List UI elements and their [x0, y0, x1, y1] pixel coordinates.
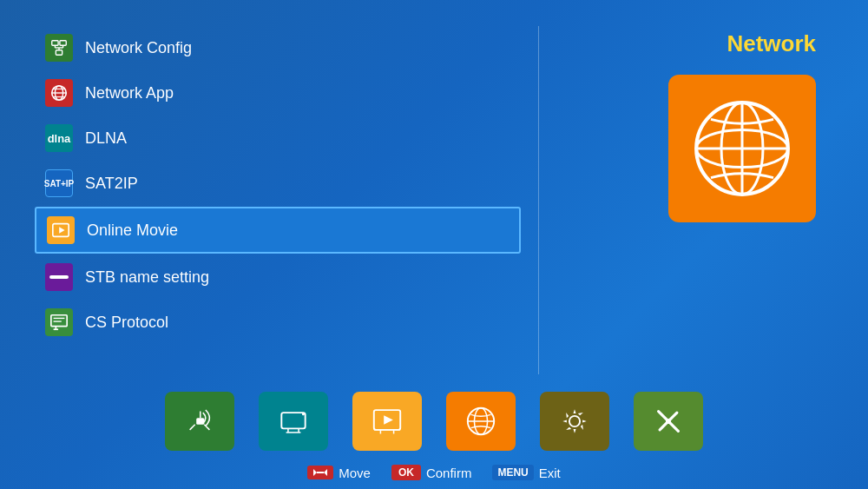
- hint-confirm: OKConfirm: [391, 465, 472, 480]
- tv-icon[interactable]: [259, 392, 328, 451]
- sat2ip-label: SAT2IP: [85, 175, 138, 193]
- right-section: Network: [556, 26, 833, 374]
- media-icon[interactable]: [352, 392, 422, 451]
- network-config-label: Network Config: [85, 39, 192, 57]
- svg-marker-46: [313, 469, 317, 476]
- settings-icon[interactable]: [540, 392, 609, 451]
- menu-item-stb-name-setting[interactable]: STB name setting: [35, 255, 521, 299]
- network-app-icon: [45, 79, 73, 107]
- tools-icon[interactable]: [634, 392, 703, 451]
- hint-row: MoveOKConfirmMENUExit: [0, 458, 868, 489]
- dlna-label: DLNA: [85, 129, 127, 148]
- satellite-icon[interactable]: [165, 392, 234, 451]
- hint-move: Move: [307, 466, 371, 480]
- bottom-icons-row: [0, 383, 868, 458]
- online-movie-icon: [47, 216, 75, 244]
- svg-rect-1: [60, 41, 66, 46]
- section-title: Network: [727, 30, 816, 57]
- svg-line-27: [190, 425, 195, 430]
- network-icon[interactable]: [446, 392, 516, 451]
- feature-icon-box: [668, 75, 816, 222]
- hint-move-label: Move: [339, 466, 371, 480]
- hint-exit: MENUExit: [492, 465, 560, 480]
- svg-rect-29: [281, 413, 305, 428]
- svg-rect-0: [52, 41, 58, 46]
- svg-point-45: [666, 419, 671, 424]
- svg-rect-2: [56, 50, 62, 56]
- globe-icon: [690, 96, 794, 201]
- stb-name-setting-icon: [45, 263, 73, 291]
- svg-point-42: [569, 416, 580, 426]
- main-container: Network ConfigNetwork AppdlnaDLNASAT+IPS…: [0, 0, 868, 489]
- network-config-icon: [45, 34, 73, 62]
- stb-name-setting-label: STB name setting: [85, 268, 209, 287]
- menu-item-sat2ip[interactable]: SAT+IPSAT2IP: [35, 162, 521, 205]
- svg-marker-47: [324, 469, 327, 476]
- cs-protocol-icon: [45, 308, 73, 336]
- svg-marker-13: [59, 227, 64, 233]
- online-movie-label: Online Movie: [87, 221, 178, 240]
- svg-rect-14: [49, 275, 69, 279]
- menu-item-cs-protocol[interactable]: CS Protocol: [35, 301, 521, 344]
- menu-item-online-movie[interactable]: Online Movie: [35, 207, 521, 254]
- menu-item-network-app[interactable]: Network App: [35, 71, 521, 115]
- hint-confirm-label: Confirm: [426, 466, 472, 480]
- svg-rect-25: [196, 418, 204, 425]
- cs-protocol-label: CS Protocol: [85, 314, 168, 332]
- divider: [538, 26, 539, 374]
- dlna-icon: dlna: [45, 124, 73, 152]
- svg-marker-35: [384, 415, 393, 425]
- main-area: Network ConfigNetwork AppdlnaDLNASAT+IPS…: [0, 0, 868, 383]
- svg-rect-15: [51, 315, 67, 327]
- menu-section: Network ConfigNetwork AppdlnaDLNASAT+IPS…: [35, 26, 521, 374]
- network-app-label: Network App: [85, 84, 174, 102]
- svg-point-33: [302, 413, 305, 415]
- menu-item-dlna[interactable]: dlnaDLNA: [35, 116, 521, 160]
- menu-item-network-config[interactable]: Network Config: [35, 26, 521, 69]
- hint-exit-label: Exit: [539, 466, 561, 480]
- sat2ip-icon: SAT+IP: [45, 169, 73, 197]
